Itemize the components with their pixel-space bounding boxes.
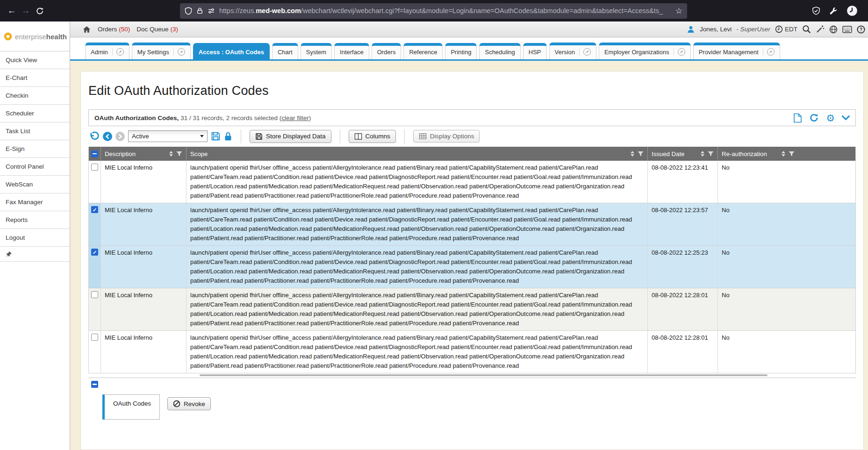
orders-link[interactable]: Orders(50) xyxy=(98,26,130,33)
reload-icon xyxy=(36,7,44,15)
oauth-codes-footer-tab[interactable]: OAuth Codes xyxy=(102,394,160,420)
lock-filter-icon[interactable] xyxy=(224,132,232,141)
external-link-icon[interactable]: ↗ xyxy=(674,48,685,56)
filter-funnel-icon[interactable] xyxy=(638,151,644,157)
timezone-indicator[interactable]: EDT xyxy=(775,25,797,33)
page-forward-button[interactable] xyxy=(115,132,125,141)
external-link-icon[interactable]: ↗ xyxy=(173,48,185,56)
reauthorization-cell: No xyxy=(718,331,855,373)
bookmark-star-icon[interactable]: ☆ xyxy=(675,6,682,16)
lock-icon[interactable] xyxy=(196,7,203,14)
search-icon[interactable] xyxy=(802,25,811,34)
gear-icon[interactable]: ⚙ xyxy=(826,113,835,123)
bottom-select-all-checkbox[interactable] xyxy=(91,381,98,388)
select-all-checkbox[interactable] xyxy=(91,150,98,157)
row-checkbox[interactable] xyxy=(91,164,98,171)
help-icon[interactable]: ? xyxy=(857,25,865,34)
tab-my-settings[interactable]: My Settings↗ xyxy=(132,43,191,59)
scrollbar-thumb[interactable] xyxy=(200,374,768,376)
column-header-scope[interactable]: Scope xyxy=(187,147,648,161)
revoke-button[interactable]: Revoke xyxy=(167,397,211,410)
filter-funnel-icon[interactable] xyxy=(176,151,182,157)
wrench-icon[interactable] xyxy=(829,7,838,15)
tab-admin[interactable]: Admin↗ xyxy=(85,43,129,59)
sidebar-item-fax-manager[interactable]: Fax Manager xyxy=(0,193,70,211)
column-header-description[interactable]: Description xyxy=(101,147,187,161)
sidebar-item-quick-view[interactable]: Quick View xyxy=(0,51,70,69)
tab-access-oauth-codes[interactable]: Access : OAuth Codes xyxy=(193,43,270,59)
row-checkbox[interactable]: ✓ xyxy=(91,206,98,213)
browser-forward-button[interactable]: → xyxy=(19,4,33,18)
external-link-icon[interactable]: ↗ xyxy=(763,48,775,56)
sidebar-item-scheduler[interactable]: Scheduler xyxy=(0,105,70,122)
scope-cell: launch/patient openid fhirUser offline_a… xyxy=(187,288,648,330)
tab-interface[interactable]: Interface xyxy=(334,43,369,59)
magic-wand-icon[interactable] xyxy=(816,25,825,34)
external-link-icon[interactable]: ↗ xyxy=(579,48,591,56)
sidebar-item-checkin[interactable]: Checkin xyxy=(0,87,70,105)
save-filter-icon[interactable] xyxy=(211,131,221,141)
sidebar-item-logout[interactable]: Logout xyxy=(0,229,70,247)
row-select-cell: ✓ xyxy=(89,203,101,245)
row-checkbox[interactable] xyxy=(91,334,98,341)
tab-system[interactable]: System xyxy=(301,43,332,59)
scope-cell: launch/patient openid fhirUser offline_a… xyxy=(187,331,648,373)
tab-orders[interactable]: Orders xyxy=(372,43,402,59)
enterprise-health-logo[interactable]: enterprisehealth xyxy=(0,21,70,51)
tab-printing[interactable]: Printing xyxy=(445,43,477,59)
undo-icon[interactable] xyxy=(89,131,100,142)
status-filter-select[interactable]: Active xyxy=(128,130,208,142)
store-displayed-data-button[interactable]: Store Displayed Data xyxy=(250,130,331,143)
user-name[interactable]: Jones, Levi xyxy=(700,26,732,33)
filter-funnel-icon[interactable] xyxy=(789,151,795,157)
svg-text:?: ? xyxy=(860,27,862,32)
url-text[interactable]: https://zeus.med-web.com/webchart/wctlev… xyxy=(219,7,671,14)
column-header-issued-date[interactable]: Issued Date xyxy=(648,147,718,161)
refresh-icon[interactable] xyxy=(809,113,819,122)
globe-icon[interactable] xyxy=(829,25,838,34)
row-checkbox[interactable] xyxy=(91,291,98,298)
table-row: MIE Local Inferno launch/patient openid … xyxy=(89,288,855,331)
row-checkbox[interactable]: ✓ xyxy=(91,249,98,256)
tab-employer-organizations[interactable]: Employer Organizations↗ xyxy=(599,43,691,59)
sidebar-item-e-chart[interactable]: E-Chart xyxy=(0,69,70,87)
sort-icon[interactable] xyxy=(627,151,638,157)
select-all-cell xyxy=(89,147,101,161)
shield-icon[interactable] xyxy=(185,7,192,15)
doc-queue-link[interactable]: Doc Queue(3) xyxy=(136,26,178,33)
display-options-button[interactable]: Display Options xyxy=(413,130,480,143)
tab-version[interactable]: Version↗ xyxy=(549,43,596,59)
clock-avatar-icon[interactable] xyxy=(846,5,858,16)
sidebar-item-task-list[interactable]: Task List xyxy=(0,122,70,140)
clear-filter-link[interactable]: clear filter xyxy=(281,114,309,121)
tab-chart[interactable]: Chart xyxy=(272,43,298,59)
tab-hsp[interactable]: HSP xyxy=(523,43,547,59)
chevron-down-icon[interactable] xyxy=(842,115,850,121)
sort-icon[interactable] xyxy=(697,151,708,157)
tab-provider-management[interactable]: Provider Management↗ xyxy=(693,43,780,59)
sidebar-item-reports[interactable]: Reports xyxy=(0,211,70,229)
columns-button[interactable]: Columns xyxy=(349,130,396,143)
column-header-reauthorization[interactable]: Re-authorization xyxy=(718,147,855,161)
new-document-icon[interactable] xyxy=(793,113,802,123)
keyboard-icon[interactable] xyxy=(842,26,852,33)
reauthorization-cell: No xyxy=(718,246,855,288)
tab-reference[interactable]: Reference xyxy=(403,43,443,59)
shield-check-icon[interactable] xyxy=(812,7,820,15)
external-link-icon[interactable]: ↗ xyxy=(112,48,124,56)
url-bar[interactable]: https://zeus.med-web.com/webchart/wctlev… xyxy=(180,3,687,19)
sort-icon[interactable] xyxy=(778,151,789,157)
sidebar-item-e-sign[interactable]: E-Sign xyxy=(0,140,70,158)
filter-funnel-icon[interactable] xyxy=(708,151,714,157)
issued-date-cell: 08-08-2022 12:23:57 xyxy=(648,203,718,245)
browser-back-button[interactable]: ← xyxy=(5,4,19,18)
browser-reload-button[interactable] xyxy=(33,4,47,18)
tab-scheduling[interactable]: Scheduling xyxy=(479,43,520,59)
home-button[interactable] xyxy=(82,25,91,34)
sort-icon[interactable] xyxy=(166,151,176,157)
permissions-sliders-icon[interactable] xyxy=(208,7,215,14)
sidebar-item-webscan[interactable]: WebScan xyxy=(0,176,70,193)
page-back-button[interactable] xyxy=(103,132,112,141)
sidebar-item-control-panel[interactable]: Control Panel xyxy=(0,158,70,176)
sidebar-pin-toggle[interactable] xyxy=(0,247,70,262)
